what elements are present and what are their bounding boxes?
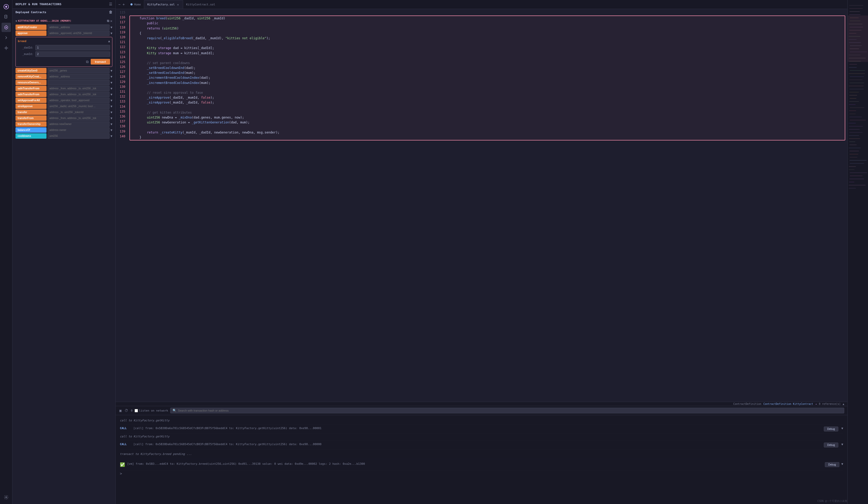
fn-chevron-addkittycreator[interactable]: ▼ bbox=[111, 25, 112, 29]
activity-icon-deploy[interactable] bbox=[1, 23, 11, 32]
tab-bar: − + Home KittyFactory.sol ✕ KittyContrac… bbox=[116, 0, 847, 9]
activity-icon-compile[interactable] bbox=[1, 33, 11, 42]
fn-chevron-cooldowns[interactable]: ▼ bbox=[111, 134, 112, 138]
code-line-137: uint256 newGeneration = _getKittenGenera… bbox=[130, 120, 845, 125]
console-entry-6: ✅ [vm] from: 0x5B3...eddC4 to: KittyFact… bbox=[120, 459, 843, 470]
copy-address-icon[interactable]: ⧉ bbox=[107, 19, 109, 23]
fn-btn-transferownership[interactable]: transferOwnership bbox=[16, 121, 46, 127]
debug-button-3[interactable]: Debug bbox=[825, 462, 839, 467]
fn-chevron-transferownership[interactable]: ▼ bbox=[111, 123, 112, 126]
fn-input-removekittycreator[interactable] bbox=[48, 74, 110, 79]
fn-chevron-safetransferfrom1[interactable]: ▼ bbox=[111, 87, 112, 90]
fn-chevron-setapprovalforall[interactable]: ▼ bbox=[111, 98, 112, 102]
listen-on-network-checkbox[interactable] bbox=[135, 409, 138, 412]
fn-row-approve: approve ▼ bbox=[14, 30, 113, 36]
fn-chevron-safetransferfrom2[interactable]: ▼ bbox=[111, 93, 112, 96]
console-entry-5: transact to KittyFactory.breed pending .… bbox=[120, 449, 843, 459]
fn-input-transfer[interactable] bbox=[48, 109, 110, 115]
fn-input-cooldowns[interactable] bbox=[48, 133, 110, 139]
transact-button[interactable]: transact bbox=[91, 59, 110, 65]
activity-icon-remix[interactable] bbox=[1, 2, 11, 11]
console-info-2: call to KittyFactory.getKitty bbox=[120, 435, 843, 438]
fn-input-safetransferfrom1[interactable] bbox=[48, 86, 110, 91]
fn-input-transferownership[interactable] bbox=[48, 121, 110, 127]
fn-input-safetransferfrom2[interactable] bbox=[48, 92, 110, 97]
svg-point-1 bbox=[5, 6, 7, 8]
contract-definition-link[interactable]: ContractDefinition KittyContract bbox=[763, 402, 813, 406]
activity-icon-settings[interactable] bbox=[1, 493, 11, 502]
fn-input-setapprovalforall[interactable] bbox=[48, 98, 110, 103]
console-call-1: CALL [call] from: 0x5B38Da6a701c568545dC… bbox=[120, 427, 843, 431]
debug-button-2[interactable]: Debug bbox=[824, 443, 838, 448]
fn-chevron-approve[interactable]: ▼ bbox=[111, 32, 112, 35]
fn-input-sireapprove[interactable] bbox=[48, 104, 110, 109]
breed-input-mumid[interactable] bbox=[35, 51, 110, 57]
breed-label-mumid: _mumId: bbox=[18, 53, 33, 55]
code-line-138 bbox=[130, 125, 845, 130]
code-content[interactable]: function breed(uint256 _dadId, uint256 _… bbox=[127, 9, 847, 402]
search-icon: 🔍 bbox=[173, 409, 176, 412]
fn-chevron-createkittygen0[interactable]: ▼ bbox=[111, 69, 112, 73]
console-clear-icon[interactable]: ▣ bbox=[119, 408, 122, 413]
code-line-120: require(_eligibleToBreed(_dadId, _mumId)… bbox=[130, 36, 845, 41]
fn-btn-transferfrom[interactable]: transferFrom bbox=[16, 115, 46, 121]
fn-chevron-removekittycreator[interactable]: ▼ bbox=[111, 75, 112, 78]
tab-kittyfactory[interactable]: KittyFactory.sol ✕ bbox=[144, 0, 183, 9]
zoom-in-icon[interactable]: + bbox=[122, 2, 125, 7]
fn-btn-addkittycreator[interactable]: addKittyCreator bbox=[16, 24, 46, 30]
zoom-out-icon[interactable]: − bbox=[118, 2, 121, 7]
code-line-139: return _createKitty(_mumId, _dadId, newG… bbox=[130, 130, 845, 135]
fn-btn-removekittycreator[interactable]: removeKittyCreat... bbox=[16, 74, 46, 79]
expand-icon-3[interactable]: ▼ bbox=[841, 462, 843, 466]
tab-home[interactable]: Home bbox=[127, 0, 144, 9]
deployed-clear-icon[interactable]: 🗑 bbox=[109, 10, 112, 14]
svg-point-4 bbox=[6, 47, 7, 49]
copy-params-icon[interactable]: ⧉ bbox=[86, 60, 89, 64]
activity-icon-plugin[interactable] bbox=[1, 43, 11, 53]
code-line-115 bbox=[130, 10, 847, 15]
fn-chevron-transferfrom[interactable]: ▼ bbox=[111, 116, 112, 120]
panel-menu-icon[interactable]: ☰ bbox=[109, 2, 112, 6]
fn-input-balanceof[interactable] bbox=[48, 127, 110, 133]
close-contract-icon[interactable]: ✕ bbox=[110, 19, 112, 23]
fn-btn-sireapprove[interactable]: sireApprove bbox=[16, 104, 46, 109]
fn-btn-createkittygen0[interactable]: createKittyGen0 bbox=[16, 68, 46, 73]
fn-btn-setapprovalforall[interactable]: setApprovalForAll bbox=[16, 98, 46, 103]
code-line-134 bbox=[130, 105, 845, 110]
debug-button-1[interactable]: Debug bbox=[824, 427, 838, 431]
fn-chevron-renounceownership[interactable]: ▼ bbox=[111, 81, 112, 84]
console-count: 0 bbox=[131, 409, 133, 412]
fn-input-approve[interactable] bbox=[48, 30, 110, 36]
fn-chevron-sireapprove[interactable]: ▼ bbox=[111, 105, 112, 108]
breed-input-dadid[interactable] bbox=[35, 45, 110, 50]
fn-btn-safetransferfrom1[interactable]: safeTransferFrom bbox=[16, 86, 46, 91]
code-line-125: // set parent cooldowns bbox=[130, 61, 845, 65]
breed-actions: ⧉ transact bbox=[18, 59, 110, 65]
fn-input-transferfrom[interactable] bbox=[48, 115, 110, 121]
fn-btn-transfer[interactable]: transfer bbox=[16, 109, 46, 115]
tab-kittycontract[interactable]: KittyContract.sol bbox=[183, 0, 218, 9]
fn-btn-approve[interactable]: approve bbox=[16, 30, 46, 36]
fn-input-createkittygen0[interactable] bbox=[48, 68, 110, 73]
console-search[interactable]: 🔍 bbox=[170, 408, 844, 413]
contract-instance-header[interactable]: ▼ KITTYFACTORY AT 0XD91...39138 (MEMORY)… bbox=[14, 18, 113, 24]
console-info-1: call to KittyFactory.getKitty bbox=[120, 419, 843, 422]
fn-chevron-balanceof[interactable]: ▼ bbox=[111, 128, 112, 132]
activity-icon-files[interactable] bbox=[1, 12, 11, 22]
fn-btn-balanceof[interactable]: balanceOf bbox=[16, 127, 46, 133]
console-search-input[interactable] bbox=[178, 409, 842, 412]
fn-input-renounceownership[interactable] bbox=[48, 80, 110, 85]
fn-chevron-transfer[interactable]: ▼ bbox=[111, 111, 112, 114]
breed-chevron-up-icon[interactable]: ▲ bbox=[108, 39, 110, 43]
fn-btn-safetransferfrom2[interactable]: safeTransferFrom bbox=[16, 92, 46, 97]
fn-input-addkittycreator[interactable] bbox=[48, 24, 110, 30]
fn-btn-cooldowns[interactable]: cooldowns bbox=[16, 133, 46, 139]
statusbar-chevron-icon[interactable]: ▲ bbox=[843, 402, 844, 406]
fn-btn-renounceownership[interactable]: renounceOwners... bbox=[16, 80, 46, 85]
expand-icon-1[interactable]: ▼ bbox=[841, 427, 843, 430]
console-history-icon[interactable]: ⏱ bbox=[124, 408, 129, 413]
code-line-122: Kitty storage dad = kitties[_dadId]; bbox=[130, 46, 845, 51]
expand-icon-2[interactable]: ▼ bbox=[841, 443, 843, 446]
console-entry-1: call to KittyFactory.getKitty bbox=[120, 417, 843, 425]
tab-kittyfactory-close[interactable]: ✕ bbox=[176, 3, 179, 7]
